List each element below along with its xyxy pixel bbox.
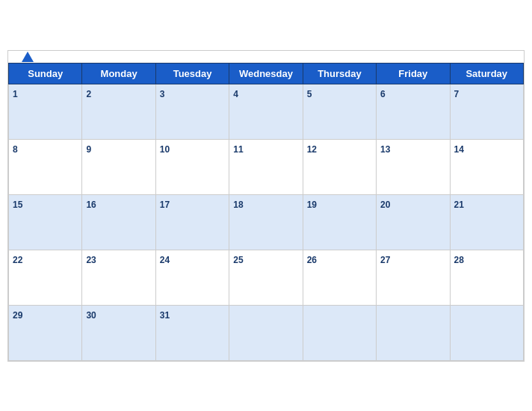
- day-number: 26: [307, 255, 317, 265]
- day-number: 5: [307, 89, 312, 99]
- day-number: 30: [86, 310, 96, 321]
- weekday-header-row: SundayMondayTuesdayWednesdayThursdayFrid…: [9, 63, 524, 84]
- calendar-cell: [229, 305, 303, 360]
- calendar-header: [8, 51, 524, 63]
- calendar-cell: 25: [229, 250, 303, 305]
- weekday-header-wednesday: Wednesday: [229, 63, 303, 84]
- day-number: 19: [307, 200, 317, 210]
- calendar-cell: 22: [9, 250, 82, 305]
- calendar-cell: 5: [303, 84, 376, 139]
- calendar: SundayMondayTuesdayWednesdayThursdayFrid…: [7, 50, 525, 362]
- day-number: 6: [380, 89, 386, 99]
- day-number: 8: [13, 144, 18, 155]
- calendar-cell: 23: [82, 250, 155, 305]
- calendar-cell: 12: [303, 139, 376, 194]
- week-row: 891011121314: [9, 139, 524, 194]
- day-number: 31: [160, 310, 170, 321]
- day-number: 3: [160, 89, 165, 99]
- week-row: 22232425262728: [9, 250, 524, 305]
- weekday-header-monday: Monday: [82, 63, 155, 84]
- calendar-cell: 20: [377, 194, 450, 250]
- calendar-cell: 14: [450, 139, 523, 194]
- day-number: 10: [160, 144, 170, 155]
- weekday-header-friday: Friday: [377, 63, 450, 84]
- weekday-header-tuesday: Tuesday: [155, 63, 229, 84]
- weekday-header-sunday: Sunday: [9, 63, 82, 84]
- calendar-cell: 19: [303, 194, 376, 250]
- day-number: 13: [380, 144, 390, 155]
- calendar-cell: 30: [82, 305, 155, 360]
- calendar-cell: [377, 305, 450, 360]
- weekday-header-saturday: Saturday: [450, 63, 523, 84]
- day-number: 18: [233, 200, 243, 210]
- calendar-cell: 15: [9, 194, 82, 250]
- week-row: 15161718192021: [9, 194, 524, 250]
- day-number: 29: [13, 310, 22, 321]
- logo-triangle-icon: [22, 52, 34, 62]
- calendar-cell: [450, 305, 523, 360]
- calendar-cell: 18: [229, 194, 303, 250]
- calendar-cell: 16: [82, 194, 155, 250]
- day-number: 28: [454, 255, 464, 265]
- calendar-cell: 9: [82, 139, 155, 194]
- day-number: 2: [86, 89, 91, 99]
- calendar-cell: 11: [229, 139, 303, 194]
- calendar-cell: 24: [155, 250, 229, 305]
- calendar-cell: 26: [303, 250, 376, 305]
- day-number: 27: [380, 255, 390, 265]
- day-number: 11: [233, 144, 243, 155]
- day-number: 12: [307, 144, 317, 155]
- day-number: 1: [13, 89, 18, 99]
- calendar-cell: 8: [9, 139, 82, 194]
- day-number: 17: [160, 200, 170, 210]
- calendar-cell: 21: [450, 194, 523, 250]
- calendar-cell: 29: [9, 305, 82, 360]
- day-number: 7: [454, 89, 460, 99]
- day-number: 4: [233, 89, 238, 99]
- calendar-table: SundayMondayTuesdayWednesdayThursdayFrid…: [8, 63, 524, 361]
- calendar-cell: 2: [82, 84, 155, 139]
- calendar-cell: 13: [377, 139, 450, 194]
- calendar-cell: 31: [155, 305, 229, 360]
- calendar-cell: 7: [450, 84, 523, 139]
- day-number: 14: [454, 144, 464, 155]
- weekday-header-thursday: Thursday: [303, 63, 376, 84]
- calendar-cell: 17: [155, 194, 229, 250]
- day-number: 25: [233, 255, 243, 265]
- day-number: 23: [86, 255, 96, 265]
- logo: [20, 52, 34, 62]
- day-number: 22: [13, 255, 22, 265]
- week-row: 293031: [9, 305, 524, 360]
- calendar-cell: 10: [155, 139, 229, 194]
- day-number: 15: [13, 200, 22, 210]
- day-number: 16: [86, 200, 96, 210]
- calendar-cell: 28: [450, 250, 523, 305]
- week-row: 1234567: [9, 84, 524, 139]
- day-number: 9: [86, 144, 91, 155]
- calendar-cell: 6: [377, 84, 450, 139]
- calendar-cell: 3: [155, 84, 229, 139]
- day-number: 21: [454, 200, 464, 210]
- calendar-cell: 4: [229, 84, 303, 139]
- calendar-cell: 1: [9, 84, 82, 139]
- day-number: 24: [160, 255, 170, 265]
- calendar-cell: [303, 305, 376, 360]
- day-number: 20: [380, 200, 390, 210]
- calendar-cell: 27: [377, 250, 450, 305]
